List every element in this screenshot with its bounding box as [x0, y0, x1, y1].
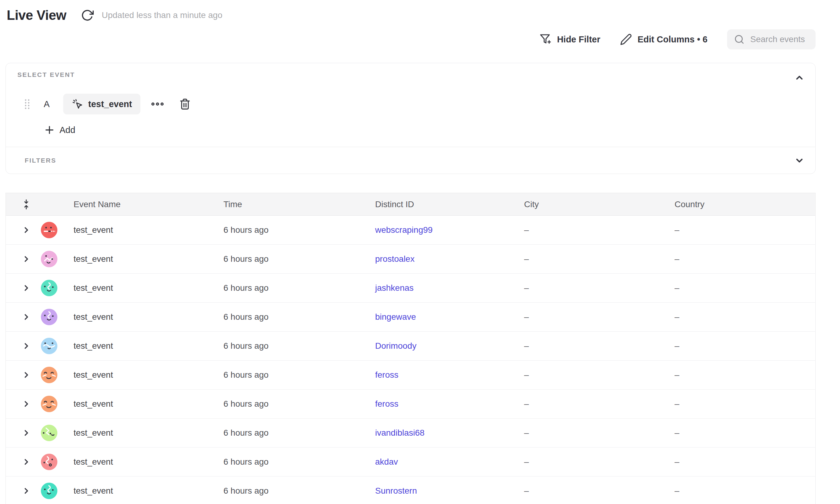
event-name-cell: test_event	[62, 283, 212, 293]
table-row[interactable]: test_event 6 hours ago webscraping99 – –	[6, 216, 815, 245]
live-view-page: Live View Updated less than a minute ago…	[0, 0, 816, 504]
event-query-row: A test_event	[17, 94, 806, 114]
table-row[interactable]: test_event 6 hours ago akdav – –	[6, 448, 815, 476]
chevron-right-icon	[22, 342, 31, 350]
column-header-time: Time	[212, 199, 364, 209]
expand-row-button[interactable]	[21, 283, 32, 293]
chevron-right-icon	[22, 457, 31, 466]
city-cell: –	[512, 399, 663, 409]
distinct-id-link[interactable]: feross	[375, 399, 398, 409]
three-dots-icon	[151, 102, 164, 107]
country-cell: –	[663, 254, 815, 264]
user-avatar	[41, 454, 57, 470]
table-row[interactable]: test_event 6 hours ago feross – –	[6, 361, 815, 390]
chevron-up-icon	[794, 72, 805, 83]
city-cell: –	[512, 457, 663, 467]
chevron-right-icon	[22, 429, 31, 437]
city-cell: –	[512, 370, 663, 380]
expand-row-button[interactable]	[21, 253, 32, 265]
distinct-id-link[interactable]: Dorimoody	[375, 341, 416, 350]
drag-handle[interactable]	[24, 98, 30, 110]
chevron-right-icon	[22, 400, 31, 408]
time-cell: 6 hours ago	[212, 399, 364, 409]
add-event-button[interactable]: Add	[44, 124, 75, 137]
filters-section: FILTERS	[6, 147, 815, 174]
chevron-right-icon	[22, 226, 31, 234]
collapse-rows-button[interactable]	[6, 199, 36, 210]
search-events-input[interactable]	[750, 34, 809, 44]
distinct-id-link[interactable]: bingewave	[375, 312, 416, 322]
distinct-id-link[interactable]: Sunrostern	[375, 486, 417, 496]
country-cell: –	[663, 399, 815, 409]
event-row-letter: A	[42, 99, 51, 109]
table-row[interactable]: test_event 6 hours ago ivandiblasi68 – –	[6, 418, 815, 448]
expand-row-button[interactable]	[21, 311, 32, 323]
city-cell: –	[512, 341, 663, 351]
distinct-id-link[interactable]: feross	[375, 370, 398, 379]
event-name-cell: test_event	[62, 428, 212, 438]
hide-filter-button[interactable]: Hide Filter	[539, 33, 600, 46]
column-header-city: City	[512, 199, 663, 209]
pencil-icon	[620, 33, 632, 46]
time-cell: 6 hours ago	[212, 486, 364, 496]
collapse-vertical-icon	[21, 199, 32, 210]
user-avatar	[41, 367, 57, 383]
table-header: Event Name Time Distinct ID City Country	[6, 193, 815, 216]
expand-row-button[interactable]	[21, 428, 32, 438]
expand-filters-button[interactable]	[793, 154, 806, 167]
time-cell: 6 hours ago	[212, 225, 364, 235]
distinct-id-link[interactable]: ivandiblasi68	[375, 428, 424, 437]
event-name-cell: test_event	[62, 457, 212, 467]
expand-row-button[interactable]	[21, 485, 32, 497]
table-row[interactable]: test_event 6 hours ago Dorimoody – –	[6, 331, 815, 361]
table-row[interactable]: test_event 6 hours ago feross – –	[6, 390, 815, 418]
user-avatar	[41, 280, 57, 296]
more-options-button[interactable]	[149, 100, 166, 108]
column-header-event-name: Event Name	[62, 199, 212, 209]
event-name-cell: test_event	[62, 312, 212, 322]
country-cell: –	[663, 312, 815, 322]
chevron-down-icon	[794, 155, 805, 166]
table-row[interactable]: test_event 6 hours ago prostoalex – –	[6, 245, 815, 274]
collapse-section-button[interactable]	[793, 71, 806, 85]
table-row[interactable]: test_event 6 hours ago bingewave – –	[6, 303, 815, 331]
refresh-button[interactable]	[81, 9, 94, 22]
click-pointer-icon	[72, 98, 83, 110]
event-name-cell: test_event	[62, 254, 212, 264]
distinct-id-link[interactable]: webscraping99	[375, 225, 433, 235]
search-icon	[734, 34, 745, 45]
event-selector-chip[interactable]: test_event	[63, 94, 140, 114]
expand-row-button[interactable]	[21, 456, 32, 467]
time-cell: 6 hours ago	[212, 341, 364, 351]
chevron-right-icon	[22, 255, 31, 263]
edit-columns-button[interactable]: Edit Columns • 6	[620, 33, 707, 46]
country-cell: –	[663, 283, 815, 293]
distinct-id-link[interactable]: prostoalex	[375, 254, 415, 264]
expand-row-button[interactable]	[21, 398, 32, 410]
expand-row-button[interactable]	[21, 224, 32, 235]
chevron-right-icon	[22, 284, 31, 292]
expand-row-button[interactable]	[21, 341, 32, 352]
chevron-right-icon	[22, 487, 31, 495]
events-table: Event Name Time Distinct ID City Country…	[5, 193, 816, 504]
expand-row-button[interactable]	[21, 370, 32, 380]
time-cell: 6 hours ago	[212, 457, 364, 467]
user-avatar	[41, 425, 57, 441]
distinct-id-link[interactable]: akdav	[375, 457, 398, 467]
user-avatar	[41, 396, 57, 412]
user-avatar	[41, 309, 57, 325]
table-row[interactable]: test_event 6 hours ago jashkenas – –	[6, 274, 815, 303]
page-header: Live View Updated less than a minute ago	[7, 0, 816, 21]
distinct-id-link[interactable]: jashkenas	[375, 283, 414, 292]
city-cell: –	[512, 254, 663, 264]
event-name-cell: test_event	[62, 399, 212, 409]
table-row[interactable]: test_event 6 hours ago Sunrostern – –	[6, 476, 815, 504]
user-avatar	[41, 338, 57, 354]
event-name-cell: test_event	[62, 225, 212, 235]
event-name-cell: test_event	[62, 486, 212, 496]
plus-icon	[44, 125, 55, 135]
country-cell: –	[663, 225, 815, 235]
refresh-icon	[81, 9, 94, 22]
event-chip-label: test_event	[88, 99, 132, 109]
delete-event-button[interactable]	[178, 97, 192, 111]
